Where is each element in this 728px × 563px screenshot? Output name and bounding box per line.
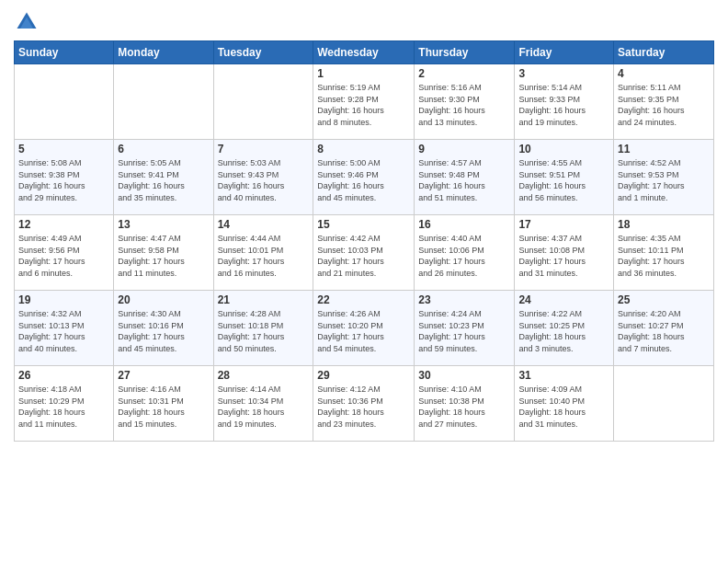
calendar-cell: 21Sunrise: 4:28 AM Sunset: 10:18 PM Dayl… (213, 291, 313, 366)
day-number: 18 (618, 218, 710, 231)
day-info: Sunrise: 4:37 AM Sunset: 10:08 PM Daylig… (518, 233, 609, 279)
day-info: Sunrise: 4:20 AM Sunset: 10:27 PM Daylig… (618, 308, 710, 354)
calendar-day-header: Friday (515, 41, 614, 64)
calendar-cell: 3Sunrise: 5:14 AM Sunset: 9:33 PM Daylig… (515, 64, 614, 140)
day-info: Sunrise: 5:11 AM Sunset: 9:35 PM Dayligh… (618, 82, 710, 128)
day-info: Sunrise: 4:30 AM Sunset: 10:16 PM Daylig… (118, 308, 209, 354)
calendar-day-header: Thursday (415, 41, 515, 64)
calendar-cell: 5Sunrise: 5:08 AM Sunset: 9:38 PM Daylig… (15, 140, 114, 215)
calendar-week-row: 1Sunrise: 5:19 AM Sunset: 9:28 PM Daylig… (15, 64, 714, 140)
calendar-cell: 20Sunrise: 4:30 AM Sunset: 10:16 PM Dayl… (114, 291, 213, 366)
day-number: 29 (317, 369, 410, 382)
page: SundayMondayTuesdayWednesdayThursdayFrid… (0, 0, 728, 563)
calendar-cell: 13Sunrise: 4:47 AM Sunset: 9:58 PM Dayli… (114, 215, 213, 291)
day-info: Sunrise: 4:16 AM Sunset: 10:31 PM Daylig… (118, 384, 209, 430)
calendar-day-header: Sunday (15, 41, 114, 64)
day-info: Sunrise: 4:24 AM Sunset: 10:23 PM Daylig… (418, 308, 510, 354)
day-info: Sunrise: 5:14 AM Sunset: 9:33 PM Dayligh… (518, 82, 609, 128)
day-number: 13 (118, 218, 209, 231)
day-number: 12 (18, 218, 109, 231)
day-number: 8 (317, 143, 410, 155)
calendar-cell: 8Sunrise: 5:00 AM Sunset: 9:46 PM Daylig… (313, 140, 415, 215)
day-info: Sunrise: 4:26 AM Sunset: 10:20 PM Daylig… (317, 308, 410, 354)
day-info: Sunrise: 4:35 AM Sunset: 10:11 PM Daylig… (618, 233, 710, 279)
day-number: 20 (118, 293, 209, 306)
calendar-cell: 25Sunrise: 4:20 AM Sunset: 10:27 PM Dayl… (614, 291, 714, 366)
day-number: 1 (317, 67, 410, 80)
day-info: Sunrise: 4:40 AM Sunset: 10:06 PM Daylig… (418, 233, 510, 279)
day-number: 31 (518, 369, 609, 382)
day-info: Sunrise: 4:32 AM Sunset: 10:13 PM Daylig… (18, 308, 109, 354)
header (14, 9, 714, 35)
day-info: Sunrise: 5:16 AM Sunset: 9:30 PM Dayligh… (418, 82, 510, 128)
day-info: Sunrise: 4:14 AM Sunset: 10:34 PM Daylig… (218, 384, 310, 430)
day-info: Sunrise: 5:19 AM Sunset: 9:28 PM Dayligh… (317, 82, 410, 128)
calendar-cell: 22Sunrise: 4:26 AM Sunset: 10:20 PM Dayl… (313, 291, 415, 366)
logo (14, 9, 43, 35)
day-info: Sunrise: 4:28 AM Sunset: 10:18 PM Daylig… (218, 308, 310, 354)
calendar-table: SundayMondayTuesdayWednesdayThursdayFrid… (14, 40, 714, 442)
calendar-cell: 31Sunrise: 4:09 AM Sunset: 10:40 PM Dayl… (515, 366, 614, 442)
calendar-week-row: 12Sunrise: 4:49 AM Sunset: 9:56 PM Dayli… (15, 215, 714, 291)
calendar-week-row: 26Sunrise: 4:18 AM Sunset: 10:29 PM Dayl… (15, 366, 714, 442)
calendar-cell: 30Sunrise: 4:10 AM Sunset: 10:38 PM Dayl… (415, 366, 515, 442)
calendar-cell: 23Sunrise: 4:24 AM Sunset: 10:23 PM Dayl… (415, 291, 515, 366)
day-number: 9 (418, 143, 510, 155)
day-info: Sunrise: 4:42 AM Sunset: 10:03 PM Daylig… (317, 233, 410, 279)
calendar-cell: 1Sunrise: 5:19 AM Sunset: 9:28 PM Daylig… (313, 64, 415, 140)
day-info: Sunrise: 4:22 AM Sunset: 10:25 PM Daylig… (518, 308, 609, 354)
day-number: 24 (518, 293, 609, 306)
day-number: 17 (518, 218, 609, 231)
day-number: 25 (618, 293, 710, 306)
day-number: 30 (418, 369, 510, 382)
calendar-cell (15, 64, 114, 140)
day-number: 4 (618, 67, 710, 80)
day-number: 16 (418, 218, 510, 231)
calendar-cell: 9Sunrise: 4:57 AM Sunset: 9:48 PM Daylig… (415, 140, 515, 215)
day-info: Sunrise: 4:18 AM Sunset: 10:29 PM Daylig… (18, 384, 109, 430)
day-number: 6 (118, 143, 209, 155)
calendar-cell: 7Sunrise: 5:03 AM Sunset: 9:43 PM Daylig… (213, 140, 313, 215)
day-info: Sunrise: 4:12 AM Sunset: 10:36 PM Daylig… (317, 384, 410, 430)
day-info: Sunrise: 5:08 AM Sunset: 9:38 PM Dayligh… (18, 157, 109, 203)
day-number: 2 (418, 67, 510, 80)
calendar-cell: 2Sunrise: 5:16 AM Sunset: 9:30 PM Daylig… (415, 64, 515, 140)
calendar-cell (213, 64, 313, 140)
calendar-cell: 28Sunrise: 4:14 AM Sunset: 10:34 PM Dayl… (213, 366, 313, 442)
day-number: 3 (518, 67, 609, 80)
calendar-cell: 12Sunrise: 4:49 AM Sunset: 9:56 PM Dayli… (15, 215, 114, 291)
day-info: Sunrise: 4:52 AM Sunset: 9:53 PM Dayligh… (618, 157, 710, 203)
calendar-cell: 10Sunrise: 4:55 AM Sunset: 9:51 PM Dayli… (515, 140, 614, 215)
day-number: 14 (218, 218, 310, 231)
calendar-cell: 19Sunrise: 4:32 AM Sunset: 10:13 PM Dayl… (15, 291, 114, 366)
calendar-cell: 29Sunrise: 4:12 AM Sunset: 10:36 PM Dayl… (313, 366, 415, 442)
calendar-day-header: Monday (114, 41, 213, 64)
day-info: Sunrise: 4:55 AM Sunset: 9:51 PM Dayligh… (518, 157, 609, 203)
day-number: 27 (118, 369, 209, 382)
day-info: Sunrise: 4:49 AM Sunset: 9:56 PM Dayligh… (18, 233, 109, 279)
day-info: Sunrise: 5:00 AM Sunset: 9:46 PM Dayligh… (317, 157, 410, 203)
day-info: Sunrise: 5:05 AM Sunset: 9:41 PM Dayligh… (118, 157, 209, 203)
calendar-week-row: 19Sunrise: 4:32 AM Sunset: 10:13 PM Dayl… (15, 291, 714, 366)
day-number: 21 (218, 293, 310, 306)
calendar-header-row: SundayMondayTuesdayWednesdayThursdayFrid… (15, 41, 714, 64)
calendar-cell: 17Sunrise: 4:37 AM Sunset: 10:08 PM Dayl… (515, 215, 614, 291)
day-number: 28 (218, 369, 310, 382)
day-number: 5 (18, 143, 109, 155)
calendar-day-header: Wednesday (313, 41, 415, 64)
calendar-cell: 15Sunrise: 4:42 AM Sunset: 10:03 PM Dayl… (313, 215, 415, 291)
day-number: 7 (218, 143, 310, 155)
calendar-cell: 4Sunrise: 5:11 AM Sunset: 9:35 PM Daylig… (614, 64, 714, 140)
calendar-cell (114, 64, 213, 140)
day-info: Sunrise: 4:44 AM Sunset: 10:01 PM Daylig… (218, 233, 310, 279)
calendar-cell (614, 366, 714, 442)
day-info: Sunrise: 5:03 AM Sunset: 9:43 PM Dayligh… (218, 157, 310, 203)
day-info: Sunrise: 4:09 AM Sunset: 10:40 PM Daylig… (518, 384, 609, 430)
calendar-cell: 16Sunrise: 4:40 AM Sunset: 10:06 PM Dayl… (415, 215, 515, 291)
day-info: Sunrise: 4:57 AM Sunset: 9:48 PM Dayligh… (418, 157, 510, 203)
day-number: 11 (618, 143, 710, 155)
day-number: 23 (418, 293, 510, 306)
calendar-cell: 14Sunrise: 4:44 AM Sunset: 10:01 PM Dayl… (213, 215, 313, 291)
day-number: 15 (317, 218, 410, 231)
calendar-cell: 6Sunrise: 5:05 AM Sunset: 9:41 PM Daylig… (114, 140, 213, 215)
